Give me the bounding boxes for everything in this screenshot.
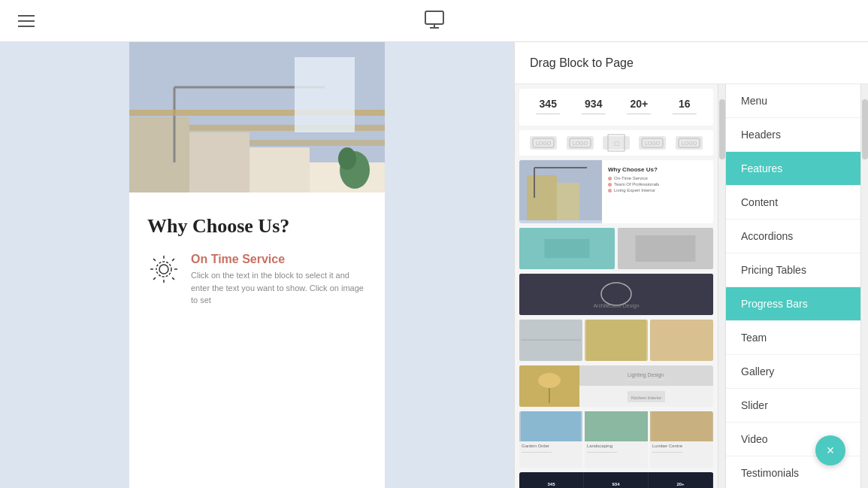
- svg-rect-6: [250, 147, 310, 192]
- card-cell-2: Landscaping ————————: [585, 411, 648, 468]
- logo-3: ☐: [603, 136, 630, 150]
- multi-card-block[interactable]: Garden Order ———————— Landscaping ——————…: [519, 411, 713, 468]
- stats-block[interactable]: 345 ———— 934 ———— 20+ ———— 16 ————: [519, 89, 713, 126]
- thumbnails-area[interactable]: 345 ———— 934 ———— 20+ ———— 16 ————: [515, 84, 718, 488]
- menu-icon[interactable]: [18, 15, 35, 27]
- stat-number-2: 934: [582, 98, 606, 110]
- sidebar-item-gallery[interactable]: Gallery: [726, 355, 860, 389]
- stat-number-3: 20+: [627, 98, 651, 110]
- svg-rect-34: [545, 239, 590, 258]
- bottom-strip-block[interactable]: 345 Lumber Centre 934 Garden Order 20+ I…: [519, 472, 713, 488]
- scrollbar-thumb: [719, 99, 725, 159]
- sidebar-item-features[interactable]: Features: [726, 152, 860, 186]
- canvas-heading: Why Choose Us?: [147, 215, 367, 238]
- feature-item-3: Living Expert Interior: [608, 188, 707, 192]
- stat-item-2: 934 ————: [582, 98, 606, 117]
- svg-text:☐: ☐: [613, 141, 618, 147]
- canvas-feature-text: Click on the text in the block to select…: [191, 269, 367, 307]
- feature-dot-2: [608, 183, 612, 186]
- stat-label-3: ————: [627, 110, 651, 117]
- lighting-thumb-block[interactable]: Lighting Design Kitchen Interior: [519, 365, 713, 407]
- feature-item-2: Team Of Professionals: [608, 182, 707, 186]
- cell-beige: [650, 320, 713, 361]
- card-text-2: ————————: [587, 450, 646, 454]
- stat-label-2: ————: [582, 110, 606, 117]
- top-bar: [0, 0, 868, 42]
- cell-warm: [585, 320, 648, 361]
- svg-rect-11: [189, 125, 385, 131]
- svg-rect-0: [425, 11, 443, 24]
- sidebar-item-menu[interactable]: Menu: [726, 84, 860, 118]
- svg-point-15: [338, 147, 356, 170]
- svg-point-45: [538, 373, 561, 388]
- card-text-3: ————————: [652, 450, 711, 454]
- canvas-section: Why Choose Us? On Time Service Click on …: [129, 192, 385, 341]
- stat-item-1: 345 ————: [536, 98, 560, 117]
- sidebar-item-content[interactable]: Content: [726, 186, 860, 220]
- feature-item-label-1: On-Time Service: [614, 176, 648, 180]
- strip-title-2: 934: [612, 482, 619, 486]
- main-area: Why Choose Us? On Time Service Click on …: [0, 42, 868, 488]
- stat-item-4: 16 ————: [673, 98, 697, 117]
- card-body-2: Landscaping ————————: [585, 441, 648, 468]
- img-cell-gray: [618, 228, 713, 269]
- card-title-3: Lumber Centre: [652, 444, 711, 448]
- svg-rect-13: [295, 57, 355, 132]
- stat-number-4: 16: [673, 98, 697, 110]
- feature-thumb-image: [519, 160, 602, 223]
- svg-text:LOGO: LOGO: [536, 141, 552, 146]
- single-dark-thumb[interactable]: Architecture Design: [519, 274, 713, 315]
- feature-item-1: On-Time Service: [608, 176, 707, 180]
- image-grid-2col[interactable]: [519, 228, 713, 269]
- thumbnails-scrollbar[interactable]: [718, 84, 725, 488]
- svg-rect-36: [636, 235, 696, 262]
- logo-4: LOGO: [639, 136, 666, 150]
- svg-point-16: [159, 265, 168, 274]
- svg-text:LOGO: LOGO: [645, 141, 661, 146]
- svg-rect-52: [586, 411, 646, 441]
- svg-rect-42: [586, 320, 646, 361]
- sidebar-nav: Menu Headers Features Content Accordions…: [725, 84, 860, 488]
- feature-item-label-2: Team Of Professionals: [614, 182, 659, 186]
- stat-label-1: ————: [536, 110, 560, 117]
- svg-rect-29: [527, 175, 557, 220]
- canvas-page: Why Choose Us? On Time Service Click on …: [129, 42, 385, 488]
- feature-dot-1: [608, 177, 612, 180]
- card-img-1: [519, 411, 582, 441]
- hero-image: [129, 42, 385, 192]
- svg-rect-30: [557, 183, 579, 220]
- lighting-bottom-cell: Kitchen Interior: [579, 386, 713, 407]
- close-button[interactable]: ×: [815, 435, 845, 465]
- svg-text:LOGO: LOGO: [682, 141, 697, 146]
- drag-block-header: Drag Block to Page: [515, 42, 868, 84]
- card-title-2: Landscaping: [587, 444, 646, 448]
- gear-icon: [147, 253, 180, 286]
- svg-rect-53: [652, 411, 712, 441]
- svg-rect-43: [652, 320, 712, 361]
- feature-thumb-block[interactable]: Why Choose Us? On-Time Service Team Of P…: [519, 160, 713, 223]
- logo-2: LOGO: [567, 136, 594, 150]
- stat-item-3: 20+ ————: [627, 98, 651, 117]
- svg-rect-5: [189, 132, 250, 192]
- logos-block[interactable]: LOGO LOGO ☐ LOGO LOGO: [519, 130, 713, 156]
- lighting-top-cell: Lighting Design: [579, 365, 713, 386]
- svg-rect-37: [519, 274, 713, 315]
- monitor-icon: [422, 8, 446, 35]
- svg-text:Architecture Design: Architecture Design: [593, 303, 639, 309]
- stat-label-4: ————: [673, 110, 697, 117]
- feature-thumb-text: Why Choose Us? On-Time Service Team Of P…: [602, 160, 713, 223]
- sidebar-item-slider[interactable]: Slider: [726, 389, 860, 423]
- svg-text:Lighting Design: Lighting Design: [628, 372, 664, 378]
- svg-rect-12: [250, 140, 385, 146]
- card-text-1: ————————: [522, 450, 580, 454]
- strip-cell-3: 20+ Interior: [649, 472, 713, 488]
- sidebar-item-team[interactable]: Team: [726, 321, 860, 355]
- stat-number-1: 345: [536, 98, 560, 110]
- three-cell-row[interactable]: [519, 320, 713, 361]
- card-img-2: [585, 411, 648, 441]
- sidebar-item-accordions[interactable]: Accordions: [726, 220, 860, 253]
- sidebar-scrollbar[interactable]: [860, 84, 868, 488]
- sidebar-item-progress-bars[interactable]: Progress Bars: [726, 287, 860, 321]
- sidebar-item-headers[interactable]: Headers: [726, 118, 860, 152]
- sidebar-item-pricing-tables[interactable]: Pricing Tables: [726, 253, 860, 287]
